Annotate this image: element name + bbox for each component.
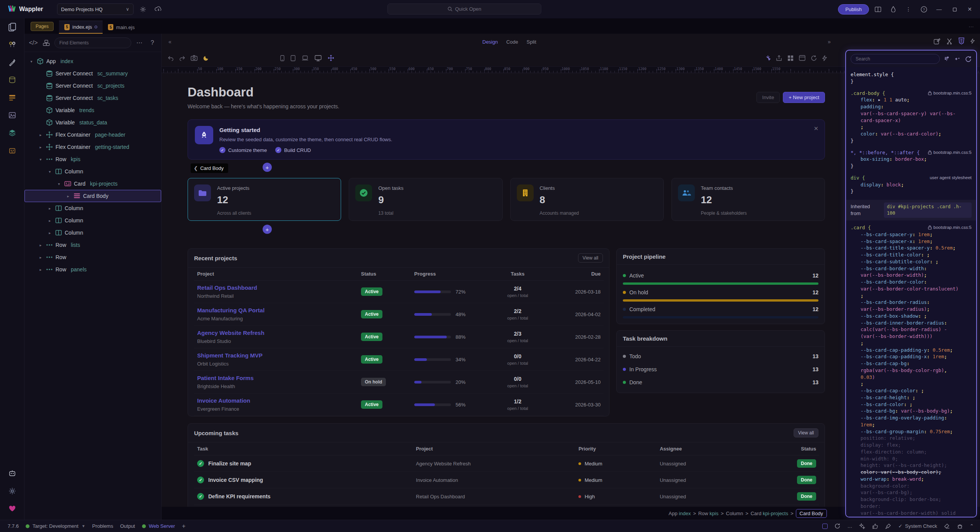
selected-element-chip[interactable]: ❮Card Body	[191, 163, 228, 173]
eraser-icon[interactable]	[944, 524, 950, 529]
tree-caret-icon[interactable]: ▸	[38, 255, 43, 259]
tab-main.ejs[interactable]: 5main.ejs	[103, 21, 140, 34]
tab-overflow-icon[interactable]: …	[969, 22, 975, 28]
filter-styles-icon[interactable]	[944, 56, 950, 62]
tree-item-kpis[interactable]: ▾Rowkpis	[24, 153, 161, 165]
tree-item-index[interactable]: ▾Appindex	[24, 55, 161, 67]
css-styles-icon[interactable]	[959, 38, 964, 44]
project-link[interactable]: Manufacturing QA Portal	[197, 307, 355, 313]
tree-item-status_data[interactable]: Variablestatus_data	[24, 116, 161, 129]
pages-panel-icon[interactable]	[0, 18, 24, 36]
collections-icon[interactable]	[0, 89, 24, 106]
css-rules-list[interactable]: element.style {}bootstrap.min.css:5.card…	[846, 67, 976, 517]
breadcrumb-item[interactable]: Card kpi-projects	[751, 511, 788, 516]
tree-caret-icon[interactable]: ▾	[29, 59, 34, 64]
tree-caret-icon[interactable]: ▸	[65, 194, 71, 198]
frame-tool-icon[interactable]	[822, 524, 828, 529]
css-search-input[interactable]: Search	[851, 54, 940, 64]
mode-code[interactable]: Code	[506, 39, 518, 45]
table-row[interactable]: ✓Define KPI requirementsRetail Ops Dashb…	[194, 488, 819, 505]
collapse-statusbar-icon[interactable]: ⌃	[970, 523, 974, 529]
refresh-icon[interactable]	[811, 55, 817, 61]
tree-item-sc_summary[interactable]: Server Connectsc_summary	[24, 67, 161, 80]
tree-caret-icon[interactable]: ▸	[47, 206, 52, 211]
task-check-icon[interactable]: ✓	[197, 460, 204, 467]
breadcrumb-item[interactable]: App index	[669, 511, 691, 516]
add-rule-button[interactable]	[954, 56, 961, 62]
tree-item-column[interactable]: ▸Column	[24, 202, 161, 214]
table-row[interactable]: Agency Website RefreshBluebird StudioAct…	[194, 326, 604, 348]
table-row[interactable]: Manufacturing QA PortalAcme Manufacturin…	[194, 303, 604, 326]
tree-item-sc_tasks[interactable]: Server Connectsc_tasks	[24, 92, 161, 104]
css-rule-source[interactable]: bootstrap.min.css:5	[928, 149, 972, 155]
kebab-menu-icon[interactable]: ⋮	[902, 3, 915, 16]
components-icon[interactable]	[0, 142, 24, 159]
inspect-icon[interactable]	[765, 55, 771, 61]
output-button[interactable]: Output	[120, 523, 135, 529]
insert-element-button-2[interactable]: +	[263, 225, 272, 234]
css-rule-source[interactable]: user agent stylesheet	[930, 175, 972, 181]
quick-open[interactable]: Quick Open	[387, 3, 541, 15]
project-selector[interactable]: Demo Projects HQ ∨	[57, 3, 134, 15]
breadcrumb-item[interactable]: Row kpis	[698, 511, 719, 516]
inherited-selector-chip[interactable]: div #kpi-projects .card .h-100	[884, 202, 972, 218]
project-link[interactable]: Invoice Automation	[197, 397, 355, 404]
tree-item-row[interactable]: ▸Row	[24, 251, 161, 263]
table-row[interactable]: ✓Finalize site mapAgency Website Refresh…	[194, 455, 819, 472]
redo-icon[interactable]	[179, 55, 185, 61]
mobile-device-icon[interactable]	[280, 55, 284, 61]
layout-columns-icon[interactable]	[871, 3, 884, 16]
maximize-button[interactable]	[948, 3, 961, 16]
laptop-device-icon[interactable]	[302, 55, 309, 61]
export-icon[interactable]	[776, 55, 782, 61]
components-box-icon[interactable]	[41, 40, 51, 46]
theme-droplet-icon[interactable]	[887, 3, 900, 16]
tree-caret-icon[interactable]: ▾	[56, 182, 62, 186]
project-link[interactable]: Retail Ops Dashboard	[197, 284, 355, 291]
tree-caret-icon[interactable]: ▸	[38, 243, 43, 247]
tree-item-column[interactable]: ▸Column	[24, 214, 161, 227]
actions-bolt-icon[interactable]	[970, 38, 975, 44]
find-elements-input[interactable]: Find Elements	[54, 38, 131, 48]
mode-split[interactable]: Split	[527, 39, 536, 45]
tablet-device-icon[interactable]	[291, 55, 296, 61]
code-view-icon[interactable]: </>	[28, 39, 38, 46]
help-icon[interactable]: ?	[917, 3, 930, 16]
insert-element-button[interactable]: +	[263, 163, 272, 172]
project-link[interactable]: Agency Website Refresh	[197, 330, 355, 336]
web-server-button[interactable]: Web Server	[142, 523, 175, 529]
sparkles-icon[interactable]	[859, 523, 865, 529]
collapse-right-icon[interactable]: »	[828, 39, 831, 45]
settings-icon[interactable]	[0, 482, 24, 500]
tree-item-trends[interactable]: Variabletrends	[24, 104, 161, 116]
gear-icon[interactable]	[137, 3, 149, 15]
close-button[interactable]: ✕	[963, 3, 976, 16]
tree-caret-icon[interactable]: ▾	[38, 157, 43, 162]
tree-item-panels[interactable]: ▸Rowpanels	[24, 263, 161, 276]
refresh-styles-icon[interactable]	[965, 56, 972, 62]
breadcrumb-item[interactable]: Card Body	[796, 509, 827, 518]
tree-item-card-body[interactable]: ▸Card Body	[24, 190, 161, 202]
screenshot-icon[interactable]	[191, 55, 198, 61]
more-status-icon[interactable]: …	[847, 523, 852, 529]
tree-item-column[interactable]: ▸Column	[24, 227, 161, 239]
kpi-card-team-contacts[interactable]: Team contacts12People & stakeholders	[671, 178, 825, 221]
desktop-device-icon[interactable]	[315, 55, 322, 61]
css-rule-source[interactable]: bootstrap.min.css:5	[928, 90, 972, 96]
dark-mode-icon[interactable]	[203, 55, 209, 61]
css-rule[interactable]: user agent stylesheetdiv {display: block…	[851, 175, 972, 195]
community-icon[interactable]	[0, 500, 24, 517]
move-element-icon[interactable]	[328, 55, 334, 61]
problems-button[interactable]: Problems	[92, 523, 113, 529]
table-row[interactable]: ✓Invoice CSV mappingInvoice AutomationMe…	[194, 472, 819, 488]
grid-view-icon[interactable]	[787, 55, 794, 61]
css-rule[interactable]: bootstrap.min.css:5.card {--bs-card-spac…	[851, 224, 972, 516]
tree-item-column[interactable]: ▾Column	[24, 165, 161, 178]
css-rule[interactable]: bootstrap.min.css:5.card-body {flex: ▸ 1…	[851, 90, 972, 144]
breadcrumb-item[interactable]: Column	[726, 511, 743, 516]
tree-item-kpi-projects[interactable]: ▾Cardkpi-projects	[24, 178, 161, 190]
task-check-icon[interactable]: ✓	[197, 477, 204, 483]
tree-caret-icon[interactable]: ▾	[47, 170, 52, 174]
tree-caret-icon[interactable]: ▸	[47, 231, 52, 235]
tree-item-sc_projects[interactable]: Server Connectsc_projects	[24, 80, 161, 92]
